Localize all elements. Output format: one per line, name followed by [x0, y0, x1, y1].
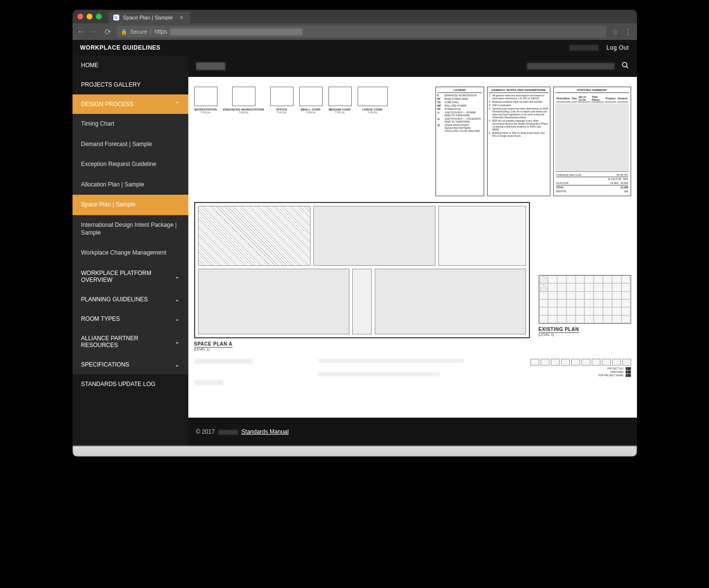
titleblock-box-icon: [622, 359, 631, 366]
nav-design-process-children: Timing Chart Demand Forecast | Sample Ex…: [73, 114, 188, 263]
bookmark-star-icon[interactable]: ☆: [612, 28, 618, 36]
minimize-window-button[interactable]: [87, 14, 92, 19]
nav-label: ALLIANCE PARTNER RESOURCES: [81, 335, 175, 349]
existing-plan-subtitle: (LEVEL 1): [539, 333, 631, 336]
nav-room-types[interactable]: ROOM TYPES ⌄: [73, 309, 188, 329]
nav-design-process[interactable]: DESIGN PROCESS ⌃: [73, 94, 188, 114]
chevron-down-icon: ⌄: [175, 315, 180, 322]
url-protocol: https: [154, 28, 167, 35]
url-input[interactable]: 🔒 Secure | https ███████████████████████…: [117, 26, 606, 37]
nav-label: PROJECTS GALLERY: [81, 81, 141, 88]
nav-demand-forecast[interactable]: Demand Forecast | Sample: [73, 134, 188, 155]
document-footer: PROJECT NO:███ DESIGNER:███ RSP PROJECT …: [194, 359, 631, 387]
chevron-down-icon: ⌄: [175, 361, 180, 368]
footer-text-redacted: [194, 359, 253, 364]
chevron-up-icon: ⌃: [175, 101, 180, 108]
svg-point-0: [622, 62, 627, 67]
nav-alliance-partner[interactable]: ALLIANCE PARTNER RESOURCES ⌄: [73, 329, 188, 355]
footer-redacted: [218, 430, 238, 435]
titleblock-box-icon: [561, 359, 570, 366]
content-row: HOME PROJECTS GALLERY DESIGN PROCESS ⌃ T…: [73, 55, 637, 446]
nav-label: Space Plan | Sample: [81, 201, 136, 209]
back-button[interactable]: ←: [77, 27, 85, 36]
room-type-thumbnails: WORKSTATION TYPICAL ENHANCED WORKSTATION…: [194, 87, 432, 114]
existing-plan-title: EXISTING PLAN: [539, 327, 579, 333]
titleblock: PROJECT NO:███ DESIGNER:███ RSP PROJECT …: [530, 359, 631, 377]
medium-conf-icon: [328, 87, 352, 106]
existing-plan-column: EXISTING PLAN (LEVEL 1): [539, 202, 631, 336]
logout-link[interactable]: Log Out: [606, 44, 629, 51]
staffing-summary-panel: STAFFING SUMMARY Description Size Qty on…: [553, 87, 631, 196]
search-icon[interactable]: [621, 61, 629, 71]
enhanced-workstation-icon: [232, 87, 255, 106]
floorplan-a: [194, 202, 530, 338]
site-title: WORKPLACE GUIDELINES: [80, 44, 161, 51]
chevron-down-icon: ⌄: [175, 296, 180, 303]
site-topbar: WORKPLACE GUIDELINES Log Out: [73, 40, 637, 55]
plan-a-title: SPACE PLAN A: [194, 341, 233, 348]
nav-space-plan[interactable]: Space Plan | Sample: [73, 195, 188, 215]
nav-workplace-change[interactable]: Workplace Change Management: [73, 243, 188, 263]
reload-button[interactable]: ⟳: [105, 27, 111, 37]
nav-label: Allocation Plan | Sample: [81, 181, 145, 189]
thumb-large-conf: LARGE CONF. TYPICAL: [358, 87, 388, 114]
plan-a-subtitle: (LEVEL 1): [194, 348, 530, 351]
nav-label: International Design Intent Package | Sa…: [81, 221, 180, 237]
forward-button[interactable]: →: [91, 27, 99, 36]
standards-manual-link[interactable]: Standards Manual: [241, 428, 289, 435]
nav-label: ROOM TYPES: [81, 315, 120, 322]
footer-text-redacted: [318, 359, 464, 363]
thumb-enhanced-workstation: ENHANCED WORKSTATION TYPICAL: [223, 87, 264, 114]
maximize-window-button[interactable]: [96, 14, 102, 19]
nav-exception-request[interactable]: Exception Request Guideline: [73, 154, 188, 175]
favicon-icon: G: [113, 15, 119, 20]
copyright-text: © 2017: [196, 428, 215, 435]
nav-timing-chart[interactable]: Timing Chart: [73, 114, 188, 134]
browser-window: G Space Plan | Sample × ← → ⟳ 🔒 Secure |…: [73, 10, 637, 457]
sidebar-nav: HOME PROJECTS GALLERY DESIGN PROCESS ⌃ T…: [73, 55, 188, 446]
page-footer: © 2017 Standards Manual: [188, 418, 637, 446]
thumb-office: OFFICE TYPICAL: [270, 87, 293, 114]
browser-menu-icon[interactable]: ⋮: [624, 27, 632, 37]
nav-projects-gallery[interactable]: PROJECTS GALLERY: [73, 75, 188, 94]
titleblock-box-icon: [530, 359, 539, 366]
general-notes-panel: GENERAL NOTES AND ASSUMPTIONS 1.All gene…: [487, 87, 550, 196]
nav-label: PLANNING GUIDELINES: [81, 296, 148, 303]
close-tab-icon[interactable]: ×: [180, 14, 183, 21]
thumb-workstation: WORKSTATION TYPICAL: [194, 87, 218, 114]
titleblock-box-icon: [592, 359, 600, 366]
nav-label: SPECIFICATIONS: [81, 361, 129, 368]
staffing-rows-redacted: [555, 103, 629, 171]
nav-standards-update-log[interactable]: STANDARDS UPDATE LOG: [73, 374, 188, 394]
footer-text-redacted: [194, 380, 223, 385]
thumb-medium-conf: MEDIUM CONF. TYPICAL: [328, 87, 352, 114]
nav-planning-guidelines[interactable]: PLANNING GUIDELINES ⌄: [73, 290, 188, 309]
legend-panel: LEGEND EENHANCED WORKSTATION BFBASE POWE…: [436, 87, 484, 196]
titleblock-box-icon: [602, 359, 611, 366]
traffic-lights: [77, 14, 102, 19]
workstation-icon: [194, 87, 218, 106]
close-window-button[interactable]: [77, 14, 83, 19]
office-icon: [270, 87, 293, 106]
secure-label: Secure: [130, 29, 147, 35]
large-conf-icon: [358, 87, 388, 106]
nav-allocation-plan[interactable]: Allocation Plan | Sample: [73, 175, 188, 195]
nav-international-design[interactable]: International Design Intent Package | Sa…: [73, 215, 188, 243]
browser-tab[interactable]: G Space Plan | Sample ×: [109, 12, 191, 23]
url-redacted: ████████████████████████████████: [170, 28, 303, 35]
thumb-small-conf: SMALL CONF. TYPICAL: [299, 87, 323, 114]
os-taskbar-redacted: [73, 446, 637, 457]
space-plan-a-column: SPACE PLAN A (LEVEL 1): [194, 202, 530, 351]
nav-workplace-platform[interactable]: WORKPLACE PLATFORM OVERVIEW ⌄: [73, 263, 188, 290]
nav-label: Exception Request Guideline: [81, 161, 157, 168]
nav-label: Demand Forecast | Sample: [81, 141, 152, 148]
main-panel: WORKSTATION TYPICAL ENHANCED WORKSTATION…: [188, 55, 637, 446]
nav-specifications[interactable]: SPECIFICATIONS ⌄: [73, 355, 188, 374]
titleblock-box-icon: [582, 359, 590, 366]
nav-label: WORKPLACE PLATFORM OVERVIEW: [81, 270, 175, 283]
nav-label: HOME: [81, 62, 99, 69]
nav-label: Workplace Change Management: [81, 249, 166, 257]
titleblock-box-icon: [551, 359, 560, 366]
nav-home[interactable]: HOME: [73, 55, 188, 75]
notes-title: GENERAL NOTES AND ASSUMPTIONS: [489, 89, 548, 93]
